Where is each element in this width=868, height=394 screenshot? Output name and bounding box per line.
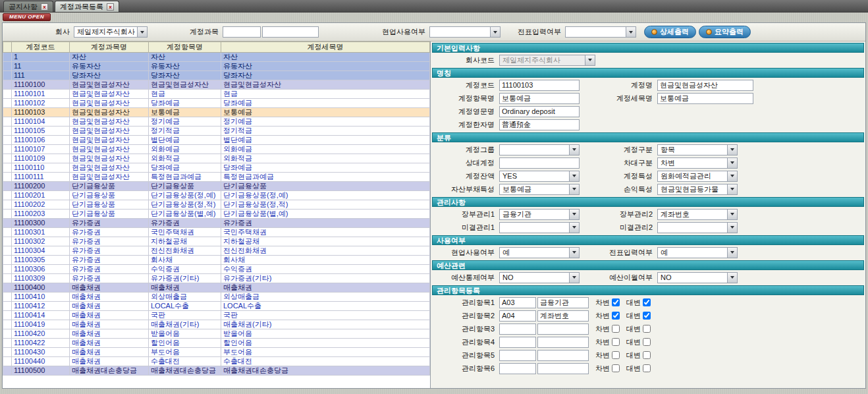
table-row[interactable]: 11100101현금및현금성자산현금현금 [3,90,430,99]
row-gutter[interactable] [3,210,12,219]
cell-name[interactable]: 단기금융상품 [70,210,149,219]
table-row[interactable]: 11100419매출채권매출채권(기타)매출채권(기타) [3,320,430,329]
cell-name[interactable]: 단기금융상품 [70,191,149,200]
cell-detail[interactable]: 단기금융상품(정,예) [221,191,430,200]
book1-select[interactable]: 금융기관 [499,209,580,220]
cell-detail[interactable]: 현금 [221,90,430,99]
cell-name[interactable]: 매출채권 [70,357,149,366]
cell-code[interactable]: 11100302 [12,237,70,246]
row-gutter[interactable] [3,99,12,108]
table-row[interactable]: 11100422매출채권할인어음할인어음 [3,339,430,348]
cell-code[interactable]: 11100203 [12,210,70,219]
cell-code[interactable]: 11100202 [12,200,70,210]
cell-detail[interactable]: LOCAL수출 [221,302,430,311]
cell-code[interactable]: 11100414 [12,311,70,320]
credit-checkbox[interactable] [643,298,651,306]
cell-name[interactable]: 현금및현금성자산 [70,154,149,163]
cell-code[interactable]: 11100440 [12,357,70,366]
row-gutter[interactable] [3,320,12,329]
cell-code[interactable]: 11100200 [12,182,70,191]
table-row[interactable]: 11100107현금및현금성자산외화예금외화예금 [3,145,430,154]
cell-item[interactable]: 단기금융상품 [149,182,221,191]
open1-select[interactable] [499,222,580,233]
debit-checkbox[interactable] [612,325,620,333]
cell-detail[interactable]: 외상매출금 [221,293,430,302]
tab-notice[interactable]: 공지사항 x [3,1,53,12]
cell-name[interactable]: 유동자산 [70,62,149,71]
cell-name[interactable]: 현금및현금성자산 [70,80,149,90]
cell-name[interactable]: 당좌자산 [70,71,149,80]
slip-use-select[interactable]: 예 [657,247,738,258]
debit-checkbox[interactable] [612,351,620,359]
cell-code[interactable]: 11100101 [12,90,70,99]
cell-code[interactable]: 11100304 [12,246,70,256]
cell-item[interactable]: 할인어음 [149,339,221,348]
cell-code[interactable]: 11100412 [12,302,70,311]
col-header-name[interactable]: 계정과목명 [70,42,149,53]
cell-name[interactable]: 유가증권 [70,274,149,283]
cell-item[interactable]: 매출채권 [149,283,221,293]
row-gutter[interactable] [3,80,12,90]
table-row[interactable]: 11100110현금및현금성자산당좌예금당좌예금 [3,163,430,173]
mgmt-item-name-input[interactable] [537,297,589,308]
mgmt-item-name-input[interactable] [537,337,589,348]
account-code-input[interactable] [499,80,580,91]
credit-checkbox[interactable] [643,351,651,359]
row-gutter[interactable] [3,127,12,136]
cell-detail[interactable]: 현금및현금성자산 [221,80,430,90]
row-gutter[interactable] [3,311,12,320]
cell-item[interactable]: 외상매출금 [149,293,221,302]
cell-detail[interactable]: 매출채권대손충당금 [221,366,430,376]
cell-name[interactable]: 매출채권 [70,320,149,329]
cell-detail[interactable]: 매출채권(기타) [221,320,430,329]
trait-select[interactable]: 원화예적금관리 [657,171,738,182]
row-gutter[interactable] [3,246,12,256]
cell-detail[interactable]: 지하철공채 [221,237,430,246]
cell-code[interactable]: 11100422 [12,339,70,348]
table-row[interactable]: 11100203단기금융상품단기금융상품(별,예)단기금융상품(별,예) [3,210,430,219]
cell-item[interactable]: 유동자산 [149,62,221,71]
table-row-selected[interactable]: 11100103현금및현금성자산보통예금보통예금 [3,108,430,117]
cell-detail[interactable]: 수익증권 [221,265,430,274]
table-row[interactable]: 11100400매출채권매출채권매출채권 [3,283,430,293]
cell-code[interactable]: 11100305 [12,256,70,265]
row-gutter[interactable] [3,136,12,145]
table-row[interactable]: 11100202단기금융상품단기금융상품(정,적)단기금융상품(정,적) [3,200,430,210]
cell-code[interactable]: 11100430 [12,348,70,357]
cell-detail[interactable]: 유가증권(기타) [221,274,430,283]
cell-detail[interactable]: 자산 [221,53,430,62]
mgmt-item-code-input[interactable] [499,350,536,361]
row-gutter[interactable] [3,108,12,117]
budget-carry-select[interactable]: NO [657,272,738,283]
mgmt-item-code-input[interactable] [499,337,536,348]
cell-item[interactable]: 단기금융상품(정,예) [149,191,221,200]
close-icon[interactable]: x [41,3,48,11]
budget-control-select[interactable]: NO [499,272,580,283]
cell-name[interactable]: 매출채권 [70,348,149,357]
row-gutter[interactable] [3,329,12,339]
cell-detail[interactable]: 수출대전 [221,357,430,366]
item-name-input[interactable] [499,93,580,104]
cell-code[interactable]: 1 [12,53,70,62]
cell-item[interactable]: 매출채권(기타) [149,320,221,329]
cell-detail[interactable]: 유가증권 [221,219,430,228]
credit-checkbox[interactable] [643,364,651,372]
opposite-account-input[interactable] [499,157,580,169]
cell-name[interactable]: 유가증권 [70,219,149,228]
cell-item[interactable]: 정기적금 [149,127,221,136]
table-row[interactable]: 11100430매출채권부도어음부도어음 [3,348,430,357]
open2-select[interactable] [657,222,738,233]
cell-detail[interactable]: 당좌자산 [221,71,430,80]
table-row[interactable]: 11100300유가증권유가증권유가증권 [3,219,430,228]
cell-code[interactable]: 11100100 [12,80,70,90]
table-row[interactable]: 11100420매출채권받을어음받을어음 [3,329,430,339]
row-gutter[interactable] [3,339,12,348]
table-row[interactable]: 11100201단기금융상품단기금융상품(정,예)단기금융상품(정,예) [3,191,430,200]
cell-item[interactable]: 국판 [149,311,221,320]
cell-name[interactable]: 자산 [70,53,149,62]
cell-item[interactable]: 보통예금 [149,108,221,117]
table-row[interactable]: 11100440매출채권수출대전수출대전 [3,357,430,366]
cell-code[interactable]: 11100301 [12,228,70,237]
table-row[interactable]: 11100106현금및현금성자산별단예금별단예금 [3,136,430,145]
col-header-code[interactable]: 계정코드 [12,42,70,53]
